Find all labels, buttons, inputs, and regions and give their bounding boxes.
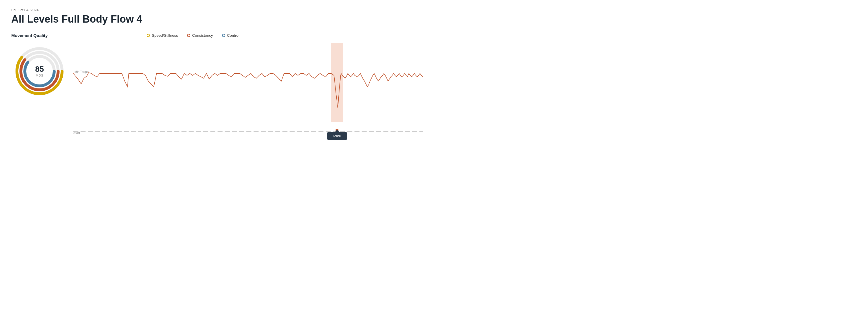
svg-text:Min Target: Min Target: [74, 70, 89, 74]
tooltip-label: Pike: [333, 134, 341, 138]
date-label: Fri, Oct 04, 2024: [11, 8, 423, 12]
control-icon: [222, 34, 225, 37]
linechart-wrapper: Min Target Start: [73, 43, 423, 137]
legend-item-consistency: Consistency: [187, 33, 213, 37]
timeline-svg: [73, 129, 423, 136]
tooltip-box: Pike: [327, 132, 347, 140]
timeline-area: Start Pike: [73, 129, 423, 137]
gauge-container: 85 MQS: [11, 46, 68, 96]
legend: Speed/Stillness Consistency Control: [147, 33, 239, 37]
gauge-svg: [14, 46, 65, 96]
start-label: Start: [73, 131, 80, 135]
chart-title: Movement Quality: [11, 33, 68, 38]
tooltip-arrow: [335, 130, 339, 132]
legend-label-control: Control: [227, 33, 240, 37]
legend-label-speed: Speed/Stillness: [152, 33, 178, 37]
chart-section: Movement Quality Speed/Stillness Consist…: [11, 33, 423, 137]
chart-body: 85 MQS Min Target: [11, 43, 423, 137]
svg-rect-8: [331, 43, 343, 122]
chart-header: Movement Quality Speed/Stillness Consist…: [11, 33, 423, 38]
legend-item-control: Control: [222, 33, 240, 37]
page: Fri, Oct 04, 2024 All Levels Full Body F…: [0, 0, 434, 142]
linechart-svg: Min Target: [73, 43, 423, 128]
legend-item-speed: Speed/Stillness: [147, 33, 178, 37]
speed-stillness-icon: [147, 34, 150, 37]
legend-label-consistency: Consistency: [192, 33, 213, 37]
consistency-icon: [187, 34, 190, 37]
workout-title: All Levels Full Body Flow 4: [11, 13, 423, 25]
